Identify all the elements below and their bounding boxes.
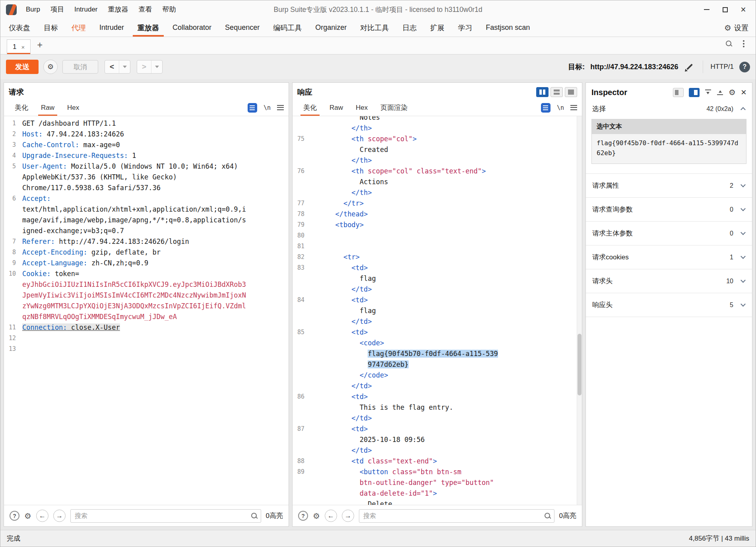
inspector-settings-icon[interactable]: ⚙ [729, 88, 736, 96]
main-tab-logger[interactable]: 日志 [395, 19, 423, 37]
editor-tab-pretty[interactable]: 美化 [9, 99, 34, 116]
main-tab-organizer[interactable]: Organizer [308, 19, 353, 37]
section-count: 0 [730, 206, 733, 213]
code-line: This is the flag entry. [294, 402, 582, 413]
line-number: 79 [294, 220, 311, 230]
main-tab-intruder[interactable]: Intruder [93, 19, 131, 37]
response-search-help-icon[interactable]: ? [298, 511, 308, 521]
inspector-dock-right-icon[interactable] [689, 88, 700, 97]
main-tab-repeater[interactable]: 重放器 [131, 19, 166, 37]
main-tab-target[interactable]: 目标 [37, 19, 65, 37]
newline-toggle-icon[interactable]: \n [557, 104, 564, 111]
inspector-section-request-attributes[interactable]: 请求属性2 [586, 174, 752, 198]
inspector-close-icon[interactable]: × [741, 88, 746, 97]
code-line: 8Accept-Encoding: gzip, deflate, br [6, 247, 289, 258]
cancel-button[interactable]: 取消 [62, 60, 98, 74]
menu-item-help[interactable]: 帮助 [157, 0, 181, 19]
back-icon: < [110, 62, 114, 71]
menu-item-project[interactable]: 项目 [45, 0, 69, 19]
editor-tab-raw[interactable]: Raw [35, 99, 60, 116]
send-settings-button[interactable]: ⚙ [43, 60, 58, 74]
main-tab-sequencer[interactable]: Sequencer [218, 19, 266, 37]
prettify-toggle-icon[interactable] [248, 103, 257, 113]
chevron-down-icon [740, 182, 746, 187]
prettify-toggle-icon[interactable] [541, 103, 551, 113]
inspector-dock-left-icon[interactable] [673, 88, 684, 97]
response-search-settings-icon[interactable]: ⚙ [313, 511, 320, 521]
menu-item-repeater[interactable]: 重放器 [103, 0, 134, 19]
request-editor[interactable]: 1GET /dashboard HTTP/1.12Host: 47.94.224… [4, 116, 289, 505]
main-tab-decoder[interactable]: 编码工具 [266, 19, 308, 37]
request-next-match-button[interactable]: → [53, 510, 66, 522]
selected-text-value[interactable]: flag{90f45b70-f0df-4664-a115-5399747d62e… [592, 134, 746, 164]
main-tab-collaborator[interactable]: Collaborator [166, 19, 218, 37]
request-search-input[interactable] [70, 509, 261, 523]
request-prev-match-button[interactable]: ← [36, 510, 48, 522]
edit-target-button[interactable] [684, 61, 696, 73]
settings-button[interactable]: ⚙ 设置 [724, 19, 754, 37]
layout-rows-button[interactable] [551, 87, 563, 97]
close-tab-icon[interactable]: × [21, 44, 25, 51]
repeater-toolbar: 发送 ⚙ 取消 < > 目标: http://47.94.224.183:246… [0, 55, 756, 79]
response-editor[interactable]: Notes </th>75 <th scope="col"> Created <… [293, 116, 582, 505]
search-icon [545, 513, 551, 519]
editor-tab-hex[interactable]: Hex [61, 99, 85, 116]
editor-tab-raw[interactable]: Raw [324, 99, 349, 116]
inspector-section-request-headers[interactable]: 请求头10 [586, 269, 752, 293]
main-tab-comparer[interactable]: 对比工具 [353, 19, 395, 37]
line-number: 80 [294, 230, 311, 241]
editor-tab-render[interactable]: 页面渲染 [374, 99, 413, 116]
inspector-selection-section[interactable]: 选择 42 (0x2a) [586, 101, 752, 119]
newline-toggle-icon[interactable]: \n [264, 104, 271, 111]
inspector-section-response-headers[interactable]: 响应头5 [586, 293, 752, 317]
editor-menu-icon[interactable] [277, 105, 284, 110]
close-button[interactable]: × [734, 0, 752, 19]
scrollbar-thumb[interactable] [578, 334, 582, 395]
back-button[interactable]: < [105, 60, 119, 73]
layout-columns-button[interactable] [536, 87, 549, 97]
section-label: 请求查询参数 [592, 205, 633, 214]
collapse-all-icon[interactable] [705, 89, 711, 95]
code-text: flag{90f45b70-f0df-4664-a115-539 [311, 348, 498, 359]
section-count: 2 [730, 182, 733, 189]
response-search-input[interactable] [359, 509, 554, 523]
help-icon[interactable]: ? [739, 62, 750, 72]
line-number [294, 273, 311, 284]
maximize-button[interactable] [716, 0, 734, 19]
layout-single-button[interactable] [565, 87, 577, 97]
menu-item-intruder[interactable]: Intruder [69, 0, 103, 19]
code-line: Actions [294, 177, 582, 187]
minimize-button[interactable] [698, 0, 716, 19]
menu-item-burp[interactable]: Burp [21, 0, 45, 19]
request-search-help-icon[interactable]: ? [10, 511, 19, 521]
search-icon[interactable] [726, 41, 732, 47]
inspector-section-request-query-params[interactable]: 请求查询参数0 [586, 198, 752, 222]
main-tab-dashboard[interactable]: 仪表盘 [2, 19, 37, 37]
forward-history-dropdown[interactable] [151, 60, 162, 73]
expand-all-icon[interactable] [717, 89, 723, 95]
status-text: 完成 [7, 534, 20, 543]
main-tab-fastjson-scan[interactable]: Fastjson scan [479, 19, 537, 37]
editor-menu-icon[interactable] [570, 105, 577, 110]
code-line: 85 <td> [294, 327, 582, 338]
main-tab-learn[interactable]: 学习 [451, 19, 479, 37]
response-scrollbar[interactable] [577, 116, 582, 505]
menu-item-view[interactable]: 查看 [134, 0, 157, 19]
main-tab-extensions[interactable]: 扩展 [423, 19, 451, 37]
inspector-section-request-body-params[interactable]: 请求主体参数0 [586, 222, 752, 245]
request-search-settings-icon[interactable]: ⚙ [24, 511, 31, 521]
add-tab-button[interactable]: + [37, 40, 43, 51]
repeater-doc-tab-1[interactable]: 1 × [7, 39, 31, 54]
editor-tab-hex[interactable]: Hex [350, 99, 374, 116]
response-prev-match-button[interactable]: ← [325, 510, 337, 522]
send-button[interactable]: 发送 [6, 60, 39, 74]
back-history-dropdown[interactable] [119, 60, 130, 73]
response-next-match-button[interactable]: → [342, 510, 354, 522]
more-menu-icon[interactable] [743, 43, 744, 45]
code-line: </td> [294, 316, 582, 327]
inspector-section-request-cookies[interactable]: 请求cookies1 [586, 245, 752, 269]
code-line: flag [294, 306, 582, 316]
editor-tab-pretty[interactable]: 美化 [297, 99, 323, 116]
forward-button[interactable]: > [137, 60, 151, 73]
main-tab-proxy[interactable]: 代理 [65, 19, 93, 37]
